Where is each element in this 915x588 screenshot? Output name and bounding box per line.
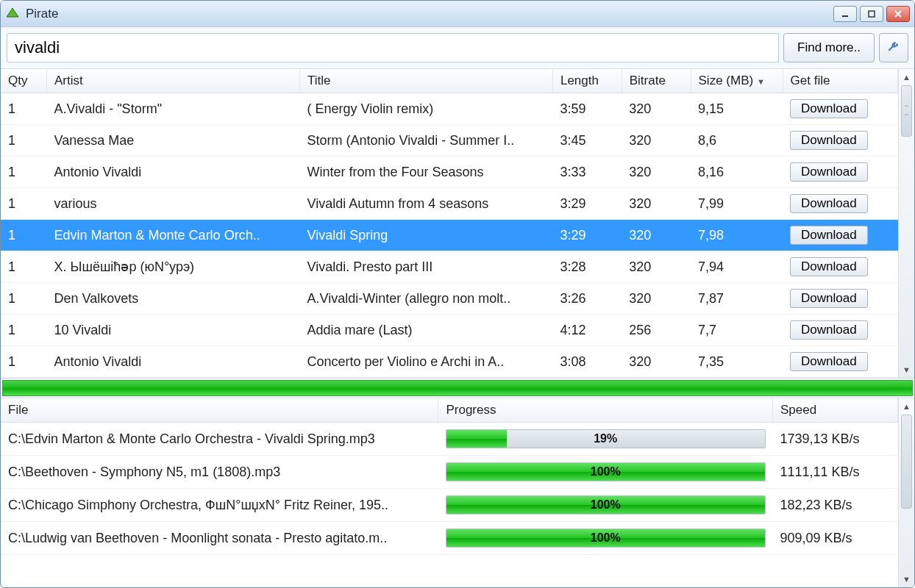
close-button[interactable] (886, 6, 910, 22)
cell-title: ( Energy Violin remix) (299, 93, 552, 125)
results-panel: Qty Artist Title Length Bitrate Size (MB… (1, 69, 914, 379)
download-button[interactable]: Download (790, 320, 868, 340)
cell-title: A.Vivaldi-Winter (allegro non molt.. (299, 283, 552, 315)
download-progress-cell: 100% (438, 522, 773, 555)
cell-artist: A.Vivaldi - "Storm" (47, 93, 300, 125)
cell-bitrate: 320 (622, 188, 691, 220)
download-progress-cell: 100% (438, 489, 773, 522)
dl-col-header-speed[interactable]: Speed (773, 398, 898, 423)
titlebar[interactable]: Pirate (1, 1, 914, 27)
scroll-up-icon[interactable]: ▲ (899, 398, 914, 415)
cell-title: Vivaldi. Presto part III (299, 251, 552, 283)
table-row[interactable]: 1Vanessa MaeStorm (Antonio Vivaldi - Sum… (1, 125, 898, 157)
dl-col-header-file[interactable]: File (1, 398, 438, 423)
table-row[interactable]: 1Antonio VivaldiConcerto per Violino e A… (1, 346, 898, 378)
progress-label: 100% (446, 496, 765, 514)
cell-size: 7,98 (691, 220, 783, 251)
cell-get: Download (783, 188, 897, 220)
download-speed: 1111,11 KB/s (773, 456, 898, 489)
table-row[interactable]: 1Den ValkovetsA.Vivaldi-Winter (allegro … (1, 283, 898, 315)
svg-rect-2 (869, 11, 875, 17)
window-title: Pirate (26, 7, 833, 21)
col-header-qty[interactable]: Qty (1, 69, 47, 93)
cell-size: 8,6 (691, 125, 783, 157)
cell-title: Storm (Antonio Vivaldi - Summer I.. (299, 125, 552, 157)
download-button[interactable]: Download (790, 257, 868, 276)
downloads-scrollbar[interactable]: ▲ ▼ (898, 398, 914, 587)
scroll-down-icon[interactable]: ▼ (899, 571, 914, 587)
download-row[interactable]: C:\Ludwig van Beethoven - Moonlight sona… (1, 522, 898, 555)
cell-get: Download (783, 93, 897, 125)
col-header-artist[interactable]: Artist (47, 69, 300, 93)
cell-bitrate: 320 (622, 251, 691, 283)
cell-length: 4:12 (552, 315, 622, 346)
col-header-bitrate[interactable]: Bitrate (622, 69, 691, 93)
download-button[interactable]: Download (790, 194, 868, 213)
cell-length: 3:29 (552, 188, 622, 220)
cell-artist: Den Valkovets (47, 283, 300, 315)
download-progress-cell: 100% (438, 456, 773, 489)
download-button[interactable]: Download (790, 289, 868, 308)
progress-bar: 100% (446, 462, 766, 481)
table-row[interactable]: 1A.Vivaldi - "Storm"( Energy Violin remi… (1, 93, 898, 125)
minimize-button[interactable] (833, 6, 857, 22)
cell-artist: Vanessa Mae (47, 125, 300, 157)
cell-title: Addia mare (Last) (299, 315, 552, 346)
cell-title: Concerto per Violino e Archi in A.. (299, 346, 552, 378)
wrench-icon (886, 39, 901, 57)
cell-length: 3:26 (552, 283, 622, 315)
cell-length: 3:59 (552, 93, 622, 125)
download-button[interactable]: Download (790, 352, 868, 371)
table-row[interactable]: 1Х. Ышёшіћәр (юN°урэ)Vivaldi. Presto par… (1, 251, 898, 283)
settings-button[interactable] (879, 33, 908, 62)
download-button[interactable]: Download (790, 226, 868, 245)
download-button[interactable]: Download (790, 131, 868, 150)
cell-bitrate: 320 (622, 125, 691, 157)
download-button[interactable]: Download (790, 99, 868, 118)
progress-label: 100% (446, 529, 765, 547)
col-header-length[interactable]: Length (552, 69, 622, 93)
download-row[interactable]: C:\Chicago Simphony Orchestra, ФшN°шџхN°… (1, 489, 898, 522)
cell-size: 7,7 (691, 315, 783, 346)
scroll-down-icon[interactable]: ▼ (899, 362, 914, 378)
download-progress-cell: 19% (438, 423, 773, 456)
find-more-button[interactable]: Find more.. (783, 33, 875, 62)
download-speed: 909,09 KB/s (773, 522, 898, 555)
col-header-title[interactable]: Title (299, 69, 552, 93)
cell-artist: Х. Ышёшіћәр (юN°урэ) (47, 251, 300, 283)
cell-qty: 1 (1, 157, 47, 188)
col-header-get[interactable]: Get file (783, 69, 897, 93)
cell-length: 3:45 (552, 125, 622, 157)
progress-bar: 19% (446, 429, 766, 448)
cell-get: Download (783, 283, 897, 315)
table-row[interactable]: 110 VivaldiAddia mare (Last)4:122567,7Do… (1, 315, 898, 346)
window-controls (833, 6, 910, 22)
maximize-button[interactable] (860, 6, 883, 22)
table-row[interactable]: 1Edvin Marton & Monte Carlo Orch..Vivald… (1, 220, 898, 251)
download-row[interactable]: C:\Beethoven - Symphony N5, m1 (1808).mp… (1, 456, 898, 489)
progress-bar: 100% (446, 528, 766, 548)
progress-label: 100% (446, 463, 765, 481)
cell-get: Download (783, 346, 897, 378)
results-scrollbar[interactable]: ▲ ▼ (898, 69, 914, 378)
cell-length: 3:28 (552, 251, 622, 283)
app-icon (5, 7, 20, 21)
dl-col-header-progress[interactable]: Progress (438, 398, 773, 423)
download-file: C:\Edvin Marton & Monte Carlo Orchestra … (1, 423, 438, 456)
divider-progress-bar (2, 380, 913, 396)
search-input[interactable] (7, 33, 779, 62)
cell-get: Download (783, 220, 897, 251)
table-row[interactable]: 1variousVivaldi Autumn from 4 seasons3:2… (1, 188, 898, 220)
progress-label: 19% (446, 430, 765, 448)
download-row[interactable]: C:\Edvin Marton & Monte Carlo Orchestra … (1, 423, 898, 456)
cell-qty: 1 (1, 283, 47, 315)
download-button[interactable]: Download (790, 162, 868, 182)
download-file: C:\Ludwig van Beethoven - Moonlight sona… (1, 522, 438, 555)
table-row[interactable]: 1Antonio VivaldiWinter from the Four Sea… (1, 157, 898, 188)
cell-bitrate: 320 (622, 157, 691, 188)
col-header-size[interactable]: Size (MB) ▼ (691, 69, 783, 93)
cell-artist: various (47, 188, 300, 220)
cell-length: 3:29 (552, 220, 622, 251)
cell-size: 7,87 (691, 283, 783, 315)
scroll-up-icon[interactable]: ▲ (899, 69, 914, 85)
